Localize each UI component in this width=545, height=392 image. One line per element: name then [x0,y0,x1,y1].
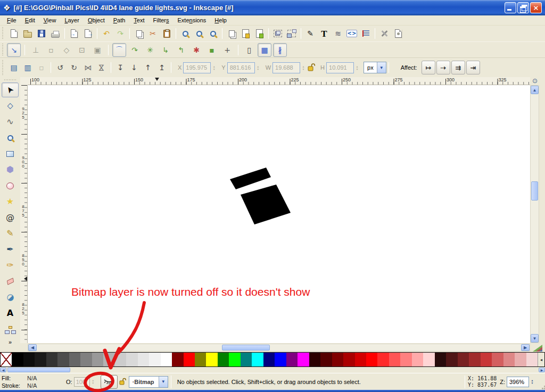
lower-to-bottom-button[interactable]: ↧ [113,61,127,74]
palette-swatch[interactable] [69,353,80,366]
sticky-zoom-toggle[interactable]: ⊙ [530,77,540,85]
toolbox-grip[interactable] [4,78,16,81]
window-resize-grip[interactable] [538,383,544,390]
redo-button[interactable]: ↷ [113,27,127,40]
box3d-tool[interactable]: ⬢ [2,162,19,177]
palette-swatch[interactable] [423,353,434,366]
rotate-ccw-button[interactable]: ↺ [53,61,67,74]
toolbar-grip[interactable] [1,27,5,40]
toolbar-grip[interactable] [1,44,5,56]
rotate-cw-button[interactable]: ↻ [67,61,81,74]
snap-path-intersections-button[interactable]: ✳ [143,43,157,57]
new-document-button[interactable] [7,27,21,40]
layer-selector-dropdown[interactable]: ·Bitmap ▼ [129,376,168,388]
toolbox-overflow-button[interactable]: » [9,339,12,345]
zoom-page-button[interactable] [206,27,220,40]
color-managed-display-toggle[interactable] [531,344,544,353]
snap-object-centers-button[interactable]: ▪ [205,43,219,57]
snap-bbox-button[interactable]: ⊥ [29,43,43,57]
palette-swatch[interactable] [332,353,343,366]
opacity-field[interactable]: 100 [74,377,90,387]
palette-scrollbar[interactable]: ◀ ▶ [0,367,545,373]
snap-toggle-button[interactable]: ↘ [7,43,21,57]
y-field[interactable]: 881.616 [227,62,255,73]
palette-swatch[interactable] [184,353,195,366]
scroll-up-arrow[interactable]: ▲ [531,86,539,94]
palette-swatch[interactable] [412,353,423,366]
affect-move-patterns-button[interactable]: ⇥ [466,61,480,74]
palette-swatch[interactable] [35,353,46,366]
selector-tool[interactable]: ➤ [2,82,19,97]
menu-text[interactable]: Text [130,16,148,24]
paintbucket-tool[interactable]: ◒ [2,290,19,305]
menu-path[interactable]: Path [110,16,129,24]
document-properties-button[interactable] [391,27,405,40]
snap-paths-button[interactable]: ↷ [128,43,142,57]
menu-help[interactable]: Help [211,16,230,24]
width-field[interactable]: 19.688 [272,62,300,73]
zoom-tool[interactable] [2,130,19,145]
minimize-button[interactable] [505,2,516,13]
width-field-spinner[interactable]: ▲▼ [300,62,307,73]
snap-rotation-centers-button[interactable]: + [220,43,234,57]
vertical-ruler[interactable]: 925900875850825 [20,85,28,343]
spiral-tool[interactable]: @ [2,210,19,225]
menu-filters[interactable]: Filters [150,16,173,24]
menu-edit[interactable]: Edit [21,16,39,24]
snap-bbox-edge-midpoints-button[interactable]: ⊡ [75,43,89,57]
raise-to-top-button[interactable]: ↥ [155,61,169,74]
scroll-right-arrow[interactable]: ▶ [521,344,530,351]
palette-swatch[interactable] [103,353,114,366]
menu-object[interactable]: Object [84,16,109,24]
snap-bbox-corners-button[interactable]: ◇ [60,43,73,57]
menu-view[interactable]: View [40,16,60,24]
palette-swatch[interactable] [23,353,35,366]
palette-swatch[interactable] [481,353,492,366]
lower-button[interactable]: ↓ [127,61,141,74]
palette-swatch[interactable] [355,353,366,366]
zoom-drawing-button[interactable] [192,27,206,40]
scroll-down-arrow[interactable]: ▼ [531,334,539,343]
text-tool[interactable]: A [2,306,19,321]
height-field-spinner[interactable]: ▲▼ [354,62,360,73]
palette-swatch[interactable] [138,353,149,366]
star-tool[interactable]: ★ [2,194,19,209]
y-field-spinner[interactable]: ▲▼ [255,62,261,73]
unlink-clone-button[interactable] [252,27,266,40]
palette-swatch[interactable] [149,353,160,366]
drawing-shape-top[interactable] [230,168,271,189]
palette-swatch[interactable] [218,353,229,366]
height-field[interactable]: 10.091 [326,62,354,73]
horizontal-scrollbar-thumb[interactable] [222,345,270,351]
select-all-button[interactable]: ▤ [7,61,21,74]
rectangle-tool[interactable] [2,146,19,161]
duplicate-button[interactable] [225,27,238,40]
menu-file[interactable]: File [3,16,20,24]
vertical-scrollbar[interactable]: ▲ ▼ [530,85,539,343]
import-button[interactable] [67,27,81,40]
chevron-down-icon[interactable]: ▼ [159,377,168,387]
fill-stroke-indicator[interactable]: Fill: N/A Stroke: N/A [0,375,60,389]
palette-swatch[interactable] [446,353,457,366]
snap-smooth-nodes-button[interactable]: ↰ [174,43,188,57]
palette-swatch[interactable] [263,353,275,366]
layer-visibility-toggle[interactable] [101,375,118,389]
snap-page-border-button[interactable]: ▯ [242,43,256,57]
palette-swatch[interactable] [275,353,286,366]
scroll-left-arrow[interactable]: ◀ [28,344,37,351]
palette-scroll-right-arrow[interactable]: ▶ [539,368,545,372]
palette-swatch[interactable] [503,353,515,366]
snap-bbox-centers-button[interactable]: ▣ [90,43,104,57]
palette-swatch[interactable] [12,353,23,366]
palette-swatch[interactable] [46,353,57,366]
group-button[interactable] [271,27,285,40]
xml-editor-button[interactable]: <> [345,27,359,40]
layer-lock-toggle[interactable] [119,377,126,387]
palette-scrollbar-thumb[interactable] [7,368,70,372]
x-field-spinner[interactable]: ▲▼ [211,62,217,73]
paste-button[interactable] [160,27,174,40]
fill-stroke-dialog-button[interactable]: ✎ [303,27,317,40]
undo-button[interactable]: ↶ [100,27,113,40]
palette-swatch[interactable] [126,353,137,366]
palette-swatch[interactable] [492,353,503,366]
